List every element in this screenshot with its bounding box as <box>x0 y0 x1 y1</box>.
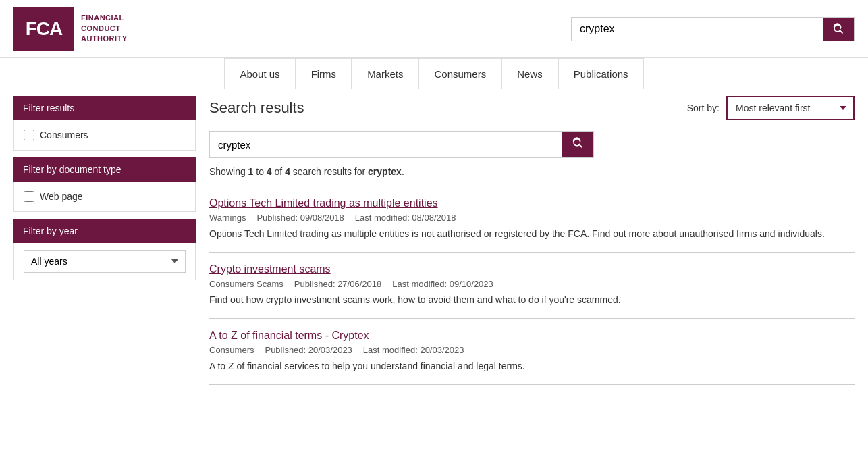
results-count: Showing 1 to 4 of 4 search results for c… <box>209 166 855 177</box>
logo-tagline: FINANCIAL CONDUCT AUTHORITY <box>81 13 128 44</box>
result-description: Find out how crypto investment scams wor… <box>209 293 855 307</box>
result-meta: Consumers Scams Published: 27/06/2018 La… <box>209 279 855 289</box>
result-item: Options Tech Limited trading as multiple… <box>209 186 855 253</box>
filter-results-section: Filter results Consumers <box>13 96 196 151</box>
results-search-button[interactable] <box>562 132 593 157</box>
result-published: Published: 20/03/2023 <box>265 345 352 355</box>
page-title: Search results <box>209 99 304 117</box>
sort-label: Sort by: <box>687 103 720 113</box>
results-total: 4 <box>285 166 290 177</box>
result-title[interactable]: Options Tech Limited trading as multiple… <box>209 197 438 209</box>
result-description: A to Z of financial services to help you… <box>209 359 855 373</box>
result-tag: Warnings <box>209 213 246 223</box>
main-layout: Filter results Consumers Filter by docum… <box>0 89 868 392</box>
consumers-label: Consumers <box>40 130 88 140</box>
year-select[interactable]: All years 2023 2022 2021 2020 2019 2018 <box>24 250 186 273</box>
search-icon <box>832 23 844 35</box>
sidebar: Filter results Consumers Filter by docum… <box>13 96 196 385</box>
consumers-checkbox[interactable] <box>24 130 34 140</box>
nav-item-news[interactable]: News <box>501 58 558 89</box>
result-modified: Last modified: 09/10/2023 <box>392 279 493 289</box>
results-search-input[interactable] <box>210 134 562 156</box>
nav-item-firms[interactable]: Firms <box>296 58 352 89</box>
logo-area: FCA FINANCIAL CONDUCT AUTHORITY <box>13 7 128 51</box>
search-icon <box>572 137 584 149</box>
nav-item-about-us[interactable]: About us <box>224 58 295 89</box>
results-search-box[interactable] <box>209 131 594 158</box>
web-page-filter-row: Web page <box>24 188 186 205</box>
fca-logo: FCA <box>13 7 74 51</box>
result-item: Crypto investment scams Consumers Scams … <box>209 253 855 319</box>
header-search-box[interactable] <box>571 17 855 41</box>
doc-type-header: Filter by document type <box>13 157 196 182</box>
result-modified: Last modified: 08/08/2018 <box>355 213 456 223</box>
sort-select[interactable]: Most relevant first Most recent first Ol… <box>726 96 855 120</box>
result-meta: Consumers Published: 20/03/2023 Last mod… <box>209 345 855 355</box>
doc-type-body: Web page <box>13 182 196 212</box>
consumers-filter-row: Consumers <box>24 127 186 143</box>
result-tag: Consumers Scams <box>209 279 283 289</box>
year-section: Filter by year All years 2023 2022 2021 … <box>13 219 196 280</box>
web-page-checkbox[interactable] <box>24 191 34 202</box>
content-header: Search results Sort by: Most relevant fi… <box>209 96 855 120</box>
result-description: Options Tech Limited trading as multiple… <box>209 227 855 241</box>
filter-results-header: Filter results <box>13 96 196 120</box>
result-title[interactable]: Crypto investment scams <box>209 263 331 275</box>
main-nav: About us Firms Markets Consumers News Pu… <box>0 57 868 89</box>
year-body: All years 2023 2022 2021 2020 2019 2018 <box>13 243 196 280</box>
filter-results-body: Consumers <box>13 120 196 151</box>
result-list: Options Tech Limited trading as multiple… <box>209 186 855 385</box>
result-published: Published: 27/06/2018 <box>294 279 381 289</box>
results-keyword: cryptex <box>368 166 402 177</box>
year-header: Filter by year <box>13 219 196 243</box>
result-item: A to Z of financial terms - Cryptex Cons… <box>209 319 855 385</box>
result-modified: Last modified: 20/03/2023 <box>363 345 464 355</box>
nav-item-publications[interactable]: Publications <box>558 58 644 89</box>
header: FCA FINANCIAL CONDUCT AUTHORITY <box>0 0 868 57</box>
results-from: 1 <box>248 166 254 177</box>
nav-item-consumers[interactable]: Consumers <box>418 58 501 89</box>
result-published: Published: 09/08/2018 <box>256 213 344 223</box>
header-search-input[interactable] <box>572 18 823 41</box>
web-page-label: Web page <box>40 191 83 202</box>
result-tag: Consumers <box>209 345 254 355</box>
doc-type-section: Filter by document type Web page <box>13 157 196 212</box>
result-title[interactable]: A to Z of financial terms - Cryptex <box>209 330 369 342</box>
result-meta: Warnings Published: 09/08/2018 Last modi… <box>209 213 855 223</box>
header-search-button[interactable] <box>823 18 854 41</box>
sort-area: Sort by: Most relevant first Most recent… <box>687 96 855 120</box>
nav-item-markets[interactable]: Markets <box>352 58 418 89</box>
results-content: Search results Sort by: Most relevant fi… <box>209 96 855 385</box>
results-to: 4 <box>267 166 272 177</box>
